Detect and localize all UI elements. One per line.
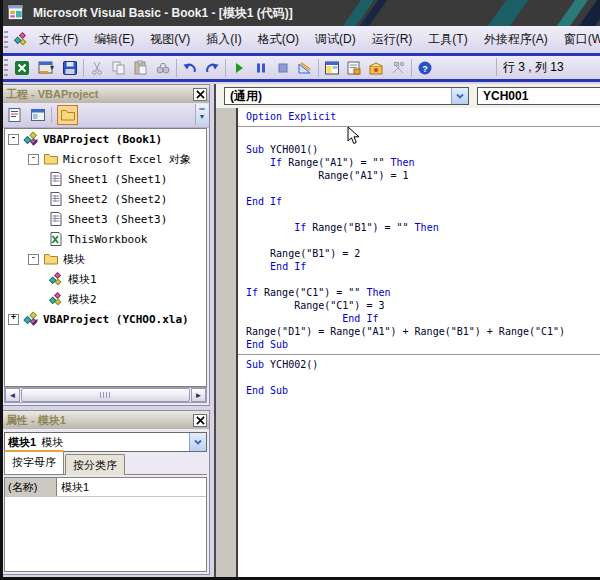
tree-item-label: 模块1 [68, 272, 97, 287]
code-editor[interactable]: Option Explicit Sub YCH001() If Range("A… [216, 108, 600, 577]
properties-tabs: 按字母序 按分类序 [4, 454, 207, 475]
tree-item-modules-folder[interactable]: - 模块 [5, 249, 206, 269]
tab-alphabetic[interactable]: 按字母序 [4, 450, 64, 474]
expand-collapse-box[interactable]: - [28, 154, 39, 165]
object-combobox[interactable]: (通用) [224, 87, 469, 105]
selected-object-type: 模块 [41, 435, 63, 450]
toolbar-separator [411, 59, 412, 77]
tree-item-excel-objects-folder[interactable]: - Microsoft Excel 对象 [5, 149, 206, 169]
toolbox-button[interactable] [387, 58, 409, 78]
properties-grid: (名称) 模块1 [4, 477, 207, 572]
insert-userform-button[interactable]: ▾ [33, 58, 59, 78]
paste-button[interactable] [130, 58, 152, 78]
properties-titlebar[interactable]: 属性 - 模块1 [2, 411, 209, 429]
menu-insert[interactable]: 插入(I) [198, 27, 249, 52]
menu-edit[interactable]: 编辑(E) [86, 27, 142, 52]
view-object-button[interactable] [27, 105, 48, 125]
save-button[interactable] [59, 58, 81, 78]
menu-file[interactable]: 文件(F) [31, 27, 86, 52]
properties-object-combobox[interactable]: 模块1 模块 [4, 432, 207, 452]
tree-item-label: ThisWorkbook [68, 233, 147, 246]
properties-title: 属性 - 模块1 [6, 413, 66, 428]
toggle-folders-button[interactable] [57, 105, 78, 125]
project-explorer-button[interactable] [321, 58, 343, 78]
vba-project-icon [23, 131, 40, 147]
tree-item-vbaproject-ychoo[interactable]: + VBAProject (YCHOO.xla) [5, 309, 206, 329]
undo-button[interactable] [179, 58, 201, 78]
scrollbar-thumb[interactable] [21, 388, 190, 402]
copy-button[interactable] [108, 58, 130, 78]
tree-item-label: Sheet3 (Sheet3) [68, 213, 167, 226]
find-button[interactable] [152, 58, 174, 78]
toolbar-grip[interactable] [4, 59, 8, 77]
project-explorer-toolbar: ▔▼ [2, 103, 209, 128]
tree-item-label: VBAProject (Book1) [43, 133, 162, 146]
tree-item-sheet2[interactable]: Sheet2 (Sheet2) [5, 189, 206, 209]
property-row[interactable]: (名称) 模块1 [5, 478, 206, 497]
expand-collapse-box[interactable]: - [28, 254, 39, 265]
combo-dropdown-button[interactable] [189, 433, 206, 451]
view-code-button[interactable] [4, 105, 25, 125]
toolbar-options-chevron[interactable]: ▔▼ [195, 104, 208, 125]
tree-item-label: VBAProject (YCHOO.xla) [43, 313, 189, 326]
vba-editor-window: Microsoft Visual Basic - Book1 - [模块1 (代… [0, 0, 600, 580]
folder-icon [43, 251, 60, 267]
project-explorer-title: 工程 - VBAProject [6, 87, 98, 102]
run-button[interactable] [228, 58, 250, 78]
tree-item-sheet1[interactable]: Sheet1 (Sheet1) [5, 169, 206, 189]
workbook-icon [48, 231, 65, 247]
menubar-grip[interactable] [4, 31, 8, 49]
scroll-left-arrow[interactable]: ◄ [5, 388, 20, 402]
properties-window-button[interactable] [343, 58, 365, 78]
tree-item-thisworkbook[interactable]: ThisWorkbook [5, 229, 206, 249]
menu-addins[interactable]: 外接程序(A) [476, 27, 556, 52]
vb-app-icon [7, 4, 25, 22]
view-excel-button[interactable] [11, 58, 33, 78]
vba-project-icon [23, 311, 40, 327]
project-explorer-close-button[interactable] [193, 88, 207, 101]
expand-collapse-box[interactable]: + [8, 314, 19, 325]
tree-item-vbaproject-book1[interactable]: - VBAProject (Book1) [5, 129, 206, 149]
menu-format[interactable]: 格式(O) [250, 27, 307, 52]
menu-debug[interactable]: 调试(D) [307, 27, 364, 52]
project-tree-horizontal-scrollbar[interactable]: ◄ ► [4, 387, 207, 403]
property-value-cell[interactable]: 模块1 [57, 480, 93, 495]
menu-tools[interactable]: 工具(T) [420, 27, 475, 52]
code-text[interactable]: Option Explicit Sub YCH001() If Range("A… [238, 110, 600, 577]
property-name-cell[interactable]: (名称) [5, 478, 57, 496]
tab-categorized[interactable]: 按分类序 [65, 454, 125, 475]
object-browser-button[interactable] [365, 58, 387, 78]
project-explorer-titlebar[interactable]: 工程 - VBAProject [2, 85, 209, 103]
reset-button[interactable] [272, 58, 294, 78]
project-tree: - VBAProject (Book1) - Microsoft Excel 对… [4, 128, 207, 387]
help-icon: ? [417, 60, 433, 76]
project-explorer-icon [324, 60, 340, 76]
dropdown-caret-icon: ▾ [50, 63, 54, 72]
module-icon [48, 291, 65, 307]
tree-item-module1[interactable]: 模块1 [5, 269, 206, 289]
tree-item-module2[interactable]: 模块2 [5, 289, 206, 309]
combo-dropdown-button[interactable] [451, 88, 468, 104]
selected-object-name: 模块1 [8, 435, 36, 450]
redo-button[interactable] [201, 58, 223, 78]
code-margin-indicator-bar[interactable] [216, 108, 236, 577]
design-mode-button[interactable] [294, 58, 316, 78]
menu-window[interactable]: 窗口(W) [556, 27, 600, 52]
cut-button[interactable] [86, 58, 108, 78]
tree-item-sheet3[interactable]: Sheet3 (Sheet3) [5, 209, 206, 229]
properties-close-button[interactable] [193, 414, 207, 427]
tree-item-label: Microsoft Excel 对象 [63, 152, 191, 167]
view-object-icon [30, 107, 46, 123]
break-icon [253, 60, 269, 76]
menu-view[interactable]: 视图(V) [142, 27, 198, 52]
code-combo-strip: (通用) YCH001 [216, 84, 600, 109]
menu-run[interactable]: 运行(R) [364, 27, 421, 52]
scroll-right-arrow[interactable]: ► [191, 388, 206, 402]
save-icon [62, 60, 78, 76]
procedure-combobox[interactable]: YCH001 [477, 87, 600, 105]
help-button[interactable]: ? [414, 58, 436, 78]
expand-collapse-box[interactable]: - [8, 134, 19, 145]
break-button[interactable] [250, 58, 272, 78]
folder-icon [43, 151, 60, 167]
cursor-position-status: 行 3 , 列 13 [503, 59, 564, 76]
